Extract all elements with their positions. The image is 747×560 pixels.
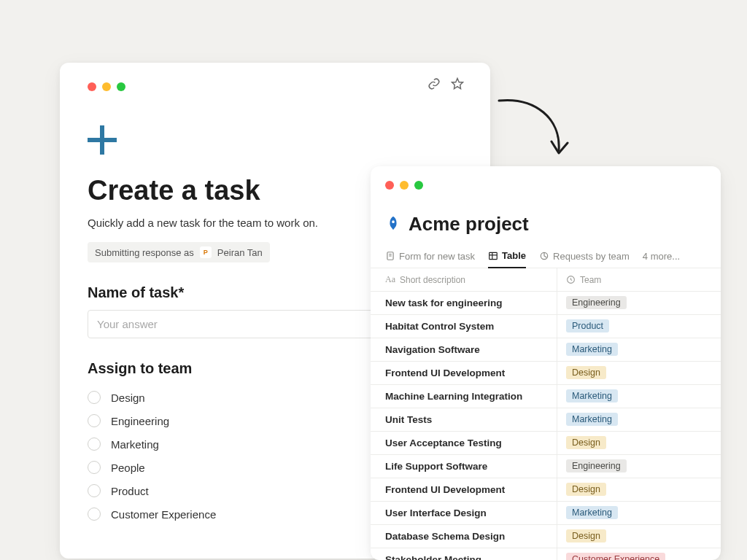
cell-team: Design (557, 432, 721, 454)
column-team-label: Team (580, 275, 601, 285)
cell-team: Engineering (557, 455, 721, 478)
team-tag: Engineering (566, 296, 627, 309)
table-row[interactable]: Habitat Control SystemProduct (371, 315, 721, 338)
submitting-prefix: Submitting response as (95, 247, 194, 258)
cell-team: Design (557, 362, 721, 384)
team-tag: Marketing (566, 413, 618, 426)
table-row[interactable]: Navigation SoftwareMarketing (371, 338, 721, 362)
table-row[interactable]: Frontend UI DevelopmentDesign (371, 478, 721, 502)
team-tag: Design (566, 483, 606, 496)
table-row[interactable]: Unit TestsMarketing (371, 408, 721, 432)
cell-desc: Habitat Control System (371, 315, 557, 338)
team-tag: Marketing (566, 506, 618, 519)
cell-desc: User Interface Design (371, 502, 557, 524)
radio-icon (88, 391, 101, 404)
cell-desc: Frontend UI Development (371, 478, 557, 501)
cell-team: Design (557, 525, 721, 548)
window-maximize[interactable] (414, 181, 423, 190)
submitting-as-chip[interactable]: Submitting response as P Peiran Tan (88, 242, 270, 262)
team-option-label: Design (111, 392, 145, 404)
table-row[interactable]: Life Support SoftwareEngineering (371, 455, 721, 478)
team-tag: Engineering (566, 459, 627, 472)
svg-marker-0 (452, 79, 463, 89)
team-option-label: People (111, 462, 145, 474)
cell-desc: Navigation Software (371, 338, 557, 361)
radio-icon (88, 484, 101, 497)
link-icon[interactable] (427, 77, 441, 93)
traffic-lights (88, 79, 125, 91)
cell-desc: Stakeholder Meeting (371, 548, 557, 560)
table-row[interactable]: User Acceptance TestingDesign (371, 432, 721, 455)
cell-team: Marketing (557, 338, 721, 361)
cell-team: Design (557, 478, 721, 501)
table-row[interactable]: User Interface DesignMarketing (371, 502, 721, 525)
cell-desc: Unit Tests (371, 408, 557, 431)
select-type-icon (566, 275, 576, 284)
form-icon (385, 251, 395, 261)
tab-form-label: Form for new task (399, 251, 475, 262)
table-row[interactable]: Machine Learning IntegrationMarketing (371, 385, 721, 408)
tab-table-label: Table (502, 250, 526, 261)
view-tabs: Form for new task Table Requests by team… (371, 246, 721, 268)
team-option-label: Engineering (111, 415, 169, 427)
avatar: P (200, 246, 212, 258)
team-tag: Design (566, 366, 606, 379)
radio-icon (88, 438, 101, 451)
team-tag: Customer Experience (566, 553, 665, 560)
tab-requests-label: Requests by team (553, 251, 630, 262)
cell-team: Product (557, 315, 721, 338)
submitting-user: Peiran Tan (217, 247, 263, 258)
team-option-label: Product (111, 485, 149, 497)
tab-table[interactable]: Table (488, 246, 526, 268)
cell-desc: New task for engineering (371, 292, 557, 314)
window-maximize[interactable] (117, 82, 125, 91)
team-tag: Marketing (566, 389, 618, 402)
cell-desc: User Acceptance Testing (371, 432, 557, 454)
table-row[interactable]: Frontend UI DevelopmentDesign (371, 362, 721, 385)
tab-more[interactable]: 4 more... (643, 246, 680, 268)
table-row[interactable]: Stakeholder MeetingCustomer Experience (371, 548, 721, 560)
cell-team: Marketing (557, 408, 721, 431)
tab-requests[interactable]: Requests by team (539, 246, 630, 268)
cell-desc: Machine Learning Integration (371, 385, 557, 408)
cell-team: Marketing (557, 502, 721, 524)
project-title: Acme project (409, 213, 529, 236)
cell-desc: Life Support Software (371, 455, 557, 478)
window-close[interactable] (88, 82, 96, 91)
plus-icon (88, 125, 117, 155)
table-body: New task for engineeringEngineeringHabit… (371, 292, 721, 560)
traffic-lights (385, 178, 706, 190)
table-row[interactable]: Database Schema DesignDesign (371, 525, 721, 548)
window-minimize[interactable] (400, 181, 409, 190)
tab-more-label: 4 more... (643, 251, 680, 262)
tab-form[interactable]: Form for new task (385, 246, 475, 268)
table-icon (488, 251, 498, 261)
table-row[interactable]: New task for engineeringEngineering (371, 292, 721, 315)
project-window: Acme project Form for new task Table Req… (371, 166, 721, 560)
cell-team: Customer Experience (557, 548, 721, 560)
arrow-annotation (492, 93, 579, 166)
window-close[interactable] (385, 181, 394, 190)
team-tag: Design (566, 436, 606, 449)
pie-icon (539, 251, 549, 261)
cell-desc: Database Schema Design (371, 525, 557, 548)
window-minimize[interactable] (102, 82, 111, 91)
team-tag: Marketing (566, 343, 618, 356)
team-tag: Product (566, 319, 609, 332)
team-option-label: Marketing (111, 438, 159, 451)
radio-icon (88, 508, 101, 521)
radio-icon (88, 414, 101, 427)
svg-rect-4 (489, 252, 498, 259)
rocket-icon (385, 215, 401, 234)
column-desc-label: Short description (400, 275, 465, 285)
table-header: Aa Short description Team (371, 268, 721, 292)
team-tag: Design (566, 529, 606, 542)
radio-icon (88, 461, 101, 474)
star-icon[interactable] (451, 77, 464, 93)
cell-team: Marketing (557, 385, 721, 408)
team-option-label: Customer Experience (111, 508, 216, 521)
cell-team: Engineering (557, 292, 721, 314)
text-type-icon: Aa (385, 274, 395, 285)
cell-desc: Frontend UI Development (371, 362, 557, 384)
